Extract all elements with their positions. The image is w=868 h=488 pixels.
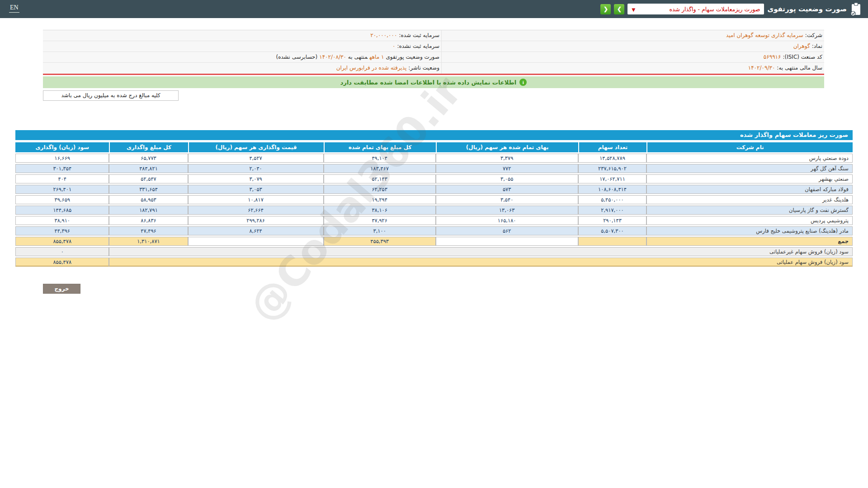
info-row: سال مالی منتهی به:۱۴۰۲/۰۹/۳۰وضعیت ناشر:پ…: [43, 63, 824, 74]
summary-value-cell: ۰: [15, 247, 109, 256]
info-value: گوهران: [793, 43, 810, 49]
info-value: ۱۴۰۲/۰۹/۳۰: [748, 65, 775, 71]
value-cell: ۴۷,۴۹۶: [109, 226, 188, 235]
table-row: دوده صنعتي پارس۱۴,۵۲۸,۷۸۹۳,۳۷۹۴۹,۱۰۴۴,۵۲…: [15, 154, 853, 163]
summary-label-cell: سود (زیان) فروش سهام غیرعملیاتی: [109, 247, 853, 256]
value-cell: ۳,۰۷۹: [188, 174, 324, 183]
divested-shares-section: صورت ریز معاملات سهام واگذار شده نام شرک…: [15, 130, 853, 268]
value-cell: ۳,۵۴۰: [436, 195, 578, 204]
value-cell: ۳۳۱,۶۵۴: [109, 185, 188, 194]
value-cell: ۴۴,۳۹۶: [15, 226, 109, 235]
info-cell-company-side: نماد:گوهران: [441, 41, 824, 52]
topbar-right-cluster: صورت وضعیت پورتفوی صورت ریزمعاملات سهام …: [600, 0, 862, 18]
total-label-cell: جمع: [646, 237, 853, 246]
summary-value-cell: ۸۵۵,۴۷۸: [15, 258, 109, 267]
value-cell: ۳,۰۵۳: [188, 185, 324, 194]
value-cell: ۱۴,۵۲۸,۷۸۹: [578, 154, 647, 163]
summary-label-cell: سود (زیان) فروش سهام عملیاتی: [109, 258, 853, 267]
value-cell: ۴۸۴,۸۲۱: [109, 164, 188, 173]
info-cell-company-side: سال مالی منتهی به:۱۴۰۲/۰۹/۳۰: [441, 63, 824, 74]
value-cell: ۴,۵۲۷: [188, 154, 324, 163]
info-value: ۱۴۰۲/۰۸/۳۰: [319, 54, 346, 60]
info-value: ۵۶۹۹۱۶: [764, 54, 781, 60]
value-cell: ۴۷,۹۲۶: [324, 216, 436, 225]
exit-button[interactable]: خروج: [43, 284, 80, 294]
previous-statement-button[interactable]: ❮: [600, 4, 611, 14]
info-label: (حسابرسی نشده): [276, 54, 318, 60]
value-cell: ۱۹,۲۹۴: [324, 195, 436, 204]
value-cell: ۱۸۳,۴۶۷: [324, 164, 436, 173]
summary-row: سود (زیان) فروش سهام غیرعملیاتی۰: [15, 247, 853, 256]
statement-type-dropdown[interactable]: صورت ریزمعاملات سهام - واگذار شده ▼: [627, 4, 764, 14]
info-label: وضعیت ناشر:: [408, 65, 439, 71]
info-label: نماد:: [812, 43, 822, 49]
value-cell: ۲۶۹,۴۰۱: [15, 185, 109, 194]
divested-shares-table: نام شرکتتعداد سهامبهای تمام شده هر سهم (…: [15, 141, 853, 268]
language-switch-en[interactable]: EN: [9, 4, 19, 13]
value-cell: ۱۷,۰۶۲,۷۱۱: [578, 174, 647, 183]
table-title: صورت ریز معاملات سهام واگذار شده: [15, 130, 853, 140]
total-value-cell: ۴۵۵,۳۹۳: [324, 237, 436, 246]
column-header: تعداد سهام: [578, 142, 647, 152]
value-cell: ۴۰۴: [15, 174, 109, 183]
table-row: صنعتي بهشهر۱۷,۰۶۲,۷۱۱۳,۰۵۵۵۲,۱۴۳۳,۰۷۹۵۲,…: [15, 174, 853, 183]
column-header: کل مبلغ بهای تمام شده: [324, 142, 436, 152]
company-name-cell: گسترش نفت و گاز پارسیان: [646, 206, 853, 215]
value-cell: ۳,۳۷۹: [436, 154, 578, 163]
total-value-cell: ۸۵۵,۴۷۸: [15, 237, 109, 246]
value-cell: ۶۵,۷۷۳: [109, 154, 188, 163]
value-cell: ۱۴۴,۶۸۵: [15, 206, 109, 215]
info-value: پذیرفته شده در فرابورس ایران: [336, 65, 407, 71]
summary-row: سود (زیان) فروش سهام عملیاتی۸۵۵,۴۷۸: [15, 258, 853, 267]
dropdown-selected-value: صورت ریزمعاملات سهام - واگذار شده: [669, 6, 760, 13]
company-name-cell: پتروشیمي پردیس: [646, 216, 853, 225]
info-value: ۰: [392, 43, 395, 49]
total-value-cell: [188, 237, 324, 246]
value-cell: ۸,۶۲۴: [188, 226, 324, 235]
company-info-table: شرکت:سرمایه گذاری توسعه گوهران امیدسرمای…: [43, 30, 824, 75]
value-cell: ۳۸,۱۰۶: [324, 206, 436, 215]
info-row: شرکت:سرمایه گذاری توسعه گوهران امیدسرمای…: [43, 30, 824, 41]
total-value-cell: [436, 237, 578, 246]
value-cell: ۱۶۵,۱۸۰: [436, 216, 578, 225]
column-header: سود (زیان) واگذاری: [15, 142, 109, 152]
value-cell: ۳۸,۹۱۰: [15, 216, 109, 225]
value-cell: ۱۳,۰۶۳: [436, 206, 578, 215]
top-bar: EN صورت وضعیت پورتفوی صورت ریزمعاملات سه…: [0, 0, 868, 18]
page-title: صورت وضعیت پورتفوی: [767, 5, 847, 13]
next-statement-button[interactable]: ❯: [614, 4, 624, 14]
info-cell-capital-side: صورت وضعیت پورتفوی۱ ماههمنتهی به۱۴۰۲/۰۸/…: [43, 52, 441, 62]
value-cell: ۱۶,۶۶۹: [15, 154, 109, 163]
value-cell: ۵۲,۱۴۳: [324, 174, 436, 183]
value-cell: ۶۲,۲۵۳: [324, 185, 436, 194]
report-clipboard-icon: [850, 2, 862, 16]
column-header: کل مبلغ واگذاری: [109, 142, 188, 152]
info-value: سرمایه گذاری توسعه گوهران امید: [726, 32, 803, 38]
company-name-cell: صنعتي بهشهر: [646, 174, 853, 183]
company-name-cell: فولاد مبارکه اصفهان: [646, 185, 853, 194]
value-cell: ۵۸,۹۵۳: [109, 195, 188, 204]
info-label: صورت وضعیت پورتفوی: [386, 54, 439, 60]
table-row: پتروشیمي پردیس۲۹۰,۱۴۳۱۶۵,۱۸۰۴۷,۹۲۶۲۹۹,۲۸…: [15, 216, 853, 225]
value-cell: ۲۳۷,۶۱۵,۹۰۲: [578, 164, 647, 173]
company-name-cell: دوده صنعتي پارس: [646, 154, 853, 163]
column-header: قیمت واگذاری هر سهم (ریال): [188, 142, 324, 152]
chevron-down-icon: ▼: [632, 7, 635, 12]
table-row: هلدینگ غدیر۵,۴۵۰,۰۰۰۳,۵۴۰۱۹,۲۹۴۱۰,۸۱۷۵۸,…: [15, 195, 853, 204]
table-row: سنگ آهن گل گهر۲۳۷,۶۱۵,۹۰۲۷۷۲۱۸۳,۴۶۷۲,۰۴۰…: [15, 164, 853, 173]
total-value-cell: [578, 237, 647, 246]
info-cell-company-side: کد صنعت (ISIC):۵۶۹۹۱۶: [441, 52, 824, 62]
value-cell: ۸۶,۸۳۶: [109, 216, 188, 225]
info-label: کد صنعت (ISIC):: [783, 54, 822, 60]
info-label: سرمایه ثبت شده:: [399, 32, 439, 38]
info-label: سرمایه ثبت نشده:: [397, 43, 439, 49]
total-row: جمع۴۵۵,۳۹۳۱,۳۱۰,۸۷۱۸۵۵,۴۷۸: [15, 237, 853, 246]
currency-unit-note: کلیه مبالغ درج شده به میلیون ریال می باش…: [43, 90, 179, 101]
value-cell: ۷۷۲: [436, 164, 578, 173]
info-cell-capital-side: سرمایه ثبت شده:۲۰,۰۰۰,۰۰۰: [43, 30, 441, 41]
total-value-cell: ۱,۳۱۰,۸۷۱: [109, 237, 188, 246]
value-cell: ۲,۹۱۷,۰۰۰: [578, 206, 647, 215]
company-name-cell: سنگ آهن گل گهر: [646, 164, 853, 173]
value-cell: ۴۹,۱۰۴: [324, 154, 436, 163]
table-row: گسترش نفت و گاز پارسیان۲,۹۱۷,۰۰۰۱۳,۰۶۳۳۸…: [15, 206, 853, 215]
